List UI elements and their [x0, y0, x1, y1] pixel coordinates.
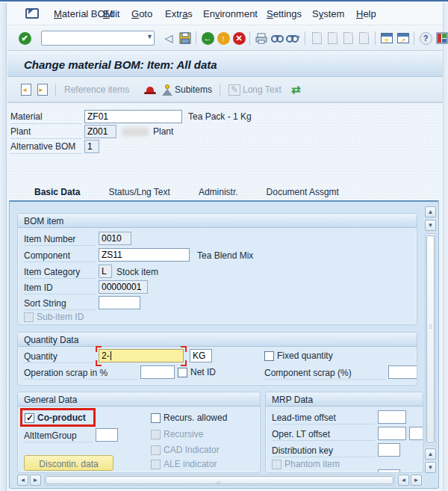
discontin-data-button[interactable]: Discontin. data [24, 455, 113, 471]
co-product-checkbox[interactable]: Co-product [25, 413, 86, 423]
menu-system[interactable]: System [312, 8, 344, 19]
item-category-description: Stock item [116, 267, 158, 277]
scroll-left-icon[interactable]: ◄ [17, 475, 28, 486]
item-category-label: Item Category [24, 267, 80, 277]
quantity-unit-field[interactable] [190, 349, 212, 362]
redacted-plant-name [122, 128, 149, 136]
scroll-up-icon[interactable]: ▲ [425, 448, 436, 460]
scroll-left-icon[interactable]: ◄ [398, 475, 409, 486]
back-nav-icon[interactable]: ← [200, 31, 215, 46]
menu-environment[interactable]: Environment [203, 8, 258, 19]
fixed-quantity-checkbox[interactable]: Fixed quantity [264, 351, 333, 361]
system-menu-icon[interactable] [25, 8, 39, 19]
help-icon[interactable]: ? [418, 31, 433, 46]
menu-goto[interactable]: Goto [131, 8, 152, 19]
highlight-corner [96, 360, 102, 366]
alt-item-group-label: AltItemGroup [24, 430, 77, 441]
previous-item-icon [21, 84, 31, 96]
horizontal-scrollbar-track[interactable]: ∶∶∶ [44, 475, 395, 486]
alternative-bom-label: Alternative BOM [10, 141, 75, 152]
scrollbar-grip: ∶∶∶ [217, 480, 220, 486]
bom-item-group-header: BOM item [18, 214, 417, 228]
quantity-label: Quantity [24, 351, 57, 362]
plant-label: Plant [10, 126, 31, 137]
back-icon[interactable]: ◁ [161, 31, 176, 46]
lead-time-offset-field[interactable] [378, 410, 406, 424]
component-field[interactable] [99, 248, 190, 262]
item-number-field[interactable] [99, 232, 131, 245]
sort-string-field[interactable] [99, 296, 140, 309]
net-id-checkbox[interactable]: Net ID [178, 367, 216, 377]
plant-field[interactable] [84, 125, 116, 138]
subitems-button[interactable]: Subitems [162, 83, 212, 96]
alt-item-group-field[interactable] [96, 428, 118, 442]
find-next-icon[interactable]: + [285, 31, 300, 46]
phantom-item-checkbox: Phantom item [272, 459, 340, 469]
vertical-scrollbar-track[interactable]: ∶∶∶∶ [425, 233, 436, 445]
title-bar: Change material BOM: Item: All data [7, 54, 443, 77]
refresh-button[interactable]: ⇄ [291, 83, 301, 96]
menu-help[interactable]: Help [356, 8, 376, 19]
material-field[interactable] [84, 110, 182, 123]
reference-items-button: Reference items [64, 83, 129, 96]
previous-page-icon [325, 31, 340, 46]
scroll-up-icon[interactable]: ▲ [425, 206, 436, 217]
cancel-icon[interactable]: ✕ [231, 31, 246, 46]
horizontal-scrollbar-thumb[interactable]: ∶∶∶ [46, 476, 393, 484]
next-item-button[interactable] [37, 83, 48, 96]
recurs-allowed-checkbox[interactable]: Recurs. allowed [151, 413, 227, 423]
oper-lt-offset-label: Oper. LT offset [272, 429, 330, 439]
red-hat-icon [144, 87, 156, 96]
next-item-icon [37, 84, 48, 96]
vertical-scrollbar-thumb[interactable]: ∶∶∶∶ [426, 235, 435, 443]
scroll-down-icon[interactable]: ▼ [425, 462, 436, 473]
component-label: Component [24, 250, 70, 261]
ale-indicator-checkbox: ALE indicator [151, 459, 217, 469]
application-toolbar: Reference items Subitems Long Text ⇄ [7, 77, 443, 103]
bom-item-group: BOM item Item Number Component Tea Blend… [17, 213, 417, 325]
tab-administr[interactable]: Administr. [184, 184, 249, 200]
header-button[interactable] [144, 83, 156, 96]
save-icon[interactable] [178, 31, 193, 46]
component-description: Tea Blend Mix [197, 250, 253, 261]
general-data-group-header: General Data [18, 392, 260, 407]
clipped-field [378, 469, 400, 473]
window-right-border [443, 3, 448, 491]
material-label: Material [10, 111, 43, 122]
create-shortcut-icon[interactable]: ↗ [396, 31, 411, 46]
item-id-field[interactable] [99, 280, 148, 294]
scroll-down-icon[interactable]: ▼ [425, 220, 436, 231]
distribution-key-field[interactable] [378, 443, 400, 457]
svg-text:+: + [296, 34, 300, 40]
operation-scrap-field[interactable] [140, 365, 175, 379]
alternative-bom-field[interactable] [84, 140, 99, 153]
menu-settings[interactable]: Settings [267, 8, 302, 19]
new-session-icon[interactable]: ✳ [379, 31, 394, 46]
first-page-icon [309, 31, 324, 46]
scroll-right-icon[interactable]: ► [411, 475, 422, 486]
component-scrap-field[interactable] [388, 365, 417, 379]
tab-status-lng-text[interactable]: Status/Lng Text [93, 184, 181, 200]
find-icon[interactable] [270, 31, 284, 46]
print-icon[interactable] [254, 31, 269, 46]
enter-check-icon[interactable]: ✔ [17, 31, 32, 46]
recursive-checkbox: Recursive [151, 429, 203, 439]
menu-extras[interactable]: Extras [165, 8, 193, 19]
customize-layout-icon[interactable] [435, 31, 448, 46]
scroll-right-icon[interactable]: ► [30, 475, 41, 486]
exit-icon[interactable]: ↑ [216, 31, 231, 46]
tab-document-assgmt[interactable]: Document Assgmt [252, 184, 349, 200]
menu-edit[interactable]: Edit [103, 8, 119, 19]
oper-lt-offset-field[interactable] [378, 427, 406, 440]
sort-string-label: Sort String [24, 298, 66, 309]
lead-time-offset-label: Lead-time offset [272, 413, 336, 423]
command-field[interactable] [41, 31, 155, 46]
quantity-data-group-header: Quantity Data [18, 333, 417, 347]
distribution-key-label: Distribution key [272, 445, 333, 456]
oper-lt-offset-unit-field[interactable] [409, 427, 423, 440]
plant-description: Plant [153, 126, 173, 137]
previous-item-button[interactable] [21, 83, 31, 96]
tab-basic-data[interactable]: Basic Data [19, 184, 90, 200]
quantity-field[interactable]: 2- [99, 349, 184, 362]
item-category-field[interactable] [99, 265, 112, 278]
